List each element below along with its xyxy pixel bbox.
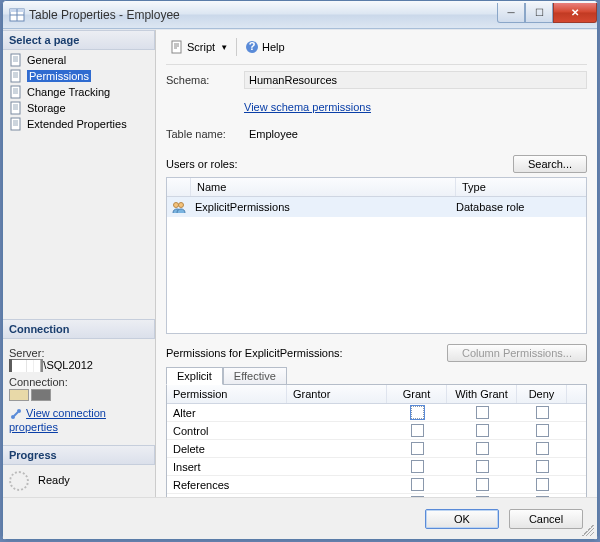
column-permissions-button: Column Permissions...: [447, 344, 587, 362]
grant-checkbox[interactable]: [411, 406, 424, 419]
doc-icon: [9, 117, 23, 131]
server-value: ████\SQL2012: [9, 359, 149, 372]
connection-label: Connection:: [9, 376, 149, 388]
ok-button[interactable]: OK: [425, 509, 499, 529]
search-button[interactable]: Search...: [513, 155, 587, 173]
progress-spinner-icon: [9, 471, 29, 491]
connection-icon: [9, 407, 23, 421]
svg-line-11: [14, 412, 18, 416]
page-permissions[interactable]: Permissions: [3, 68, 155, 84]
deny-checkbox[interactable]: [536, 478, 549, 491]
deny-checkbox[interactable]: [536, 460, 549, 473]
with-checkbox[interactable]: [476, 424, 489, 437]
grant-checkbox[interactable]: [411, 460, 424, 473]
tab-explicit[interactable]: Explicit: [166, 367, 223, 385]
deny-checkbox[interactable]: [536, 424, 549, 437]
deny-checkbox[interactable]: [536, 406, 549, 419]
toolbar: Script ▼ ? Help: [166, 36, 587, 65]
svg-point-16: [179, 203, 184, 208]
page-extended-properties[interactable]: Extended Properties: [3, 116, 155, 132]
with-checkbox[interactable]: [476, 442, 489, 455]
view-schema-permissions-link[interactable]: View schema permissions: [244, 101, 371, 113]
titlebar[interactable]: Table Properties - Employee ─ ☐ ✕: [3, 1, 597, 29]
svg-point-15: [174, 203, 179, 208]
user-row[interactable]: ExplicitPermissions Database role: [167, 197, 586, 217]
svg-rect-8: [11, 118, 20, 130]
progress-header: Progress: [3, 445, 155, 465]
resize-grip[interactable]: [582, 524, 594, 536]
col-permission-header[interactable]: Permission: [167, 385, 287, 403]
svg-rect-6: [11, 86, 20, 98]
connection-value: [9, 388, 149, 401]
progress-block: Ready: [3, 465, 155, 497]
view-connection-link[interactable]: View connection properties: [9, 407, 106, 433]
page-label: Extended Properties: [27, 118, 127, 130]
svg-rect-12: [172, 41, 181, 53]
grant-checkbox[interactable]: [411, 424, 424, 437]
dialog-window: Table Properties - Employee ─ ☐ ✕ Select…: [2, 0, 598, 540]
script-button[interactable]: Script ▼: [166, 38, 232, 56]
doc-icon: [9, 85, 23, 99]
users-roles-label: Users or roles:: [166, 158, 238, 170]
permissions-grid: Permission Grantor Grant With Grant Deny…: [166, 384, 587, 497]
maximize-button[interactable]: ☐: [525, 3, 553, 23]
with-checkbox[interactable]: [476, 406, 489, 419]
schema-label: Schema:: [166, 74, 244, 86]
permission-row[interactable]: References: [167, 476, 586, 494]
svg-text:?: ?: [249, 40, 256, 52]
page-label: Storage: [27, 102, 66, 114]
role-icon: [171, 199, 187, 215]
progress-status: Ready: [38, 474, 70, 486]
permission-tabs: Explicit Effective: [166, 366, 587, 384]
close-button[interactable]: ✕: [553, 3, 597, 23]
user-type: Database role: [456, 201, 586, 213]
svg-rect-4: [11, 54, 20, 66]
with-checkbox[interactable]: [476, 460, 489, 473]
cancel-button[interactable]: Cancel: [509, 509, 583, 529]
deny-checkbox[interactable]: [536, 442, 549, 455]
grant-checkbox[interactable]: [411, 478, 424, 491]
connection-header: Connection: [3, 319, 155, 339]
col-deny-header[interactable]: Deny: [517, 385, 567, 403]
schema-field: HumanResources: [244, 71, 587, 89]
permission-row[interactable]: Insert: [167, 458, 586, 476]
select-page-header: Select a page: [3, 30, 155, 50]
page-label: General: [27, 54, 66, 66]
user-name: ExplicitPermissions: [191, 201, 456, 213]
table-name-label: Table name:: [166, 128, 244, 140]
col-grantor-header[interactable]: Grantor: [287, 385, 387, 403]
page-label: Permissions: [27, 70, 91, 82]
with-checkbox[interactable]: [476, 478, 489, 491]
dialog-footer: OK Cancel: [3, 497, 597, 539]
svg-rect-5: [11, 70, 20, 82]
table-name-field: Employee: [244, 125, 587, 143]
permission-row[interactable]: Delete: [167, 440, 586, 458]
minimize-button[interactable]: ─: [497, 3, 525, 23]
doc-icon: [9, 101, 23, 115]
users-grid: Name Type ExplicitPermissions Database r…: [166, 177, 587, 334]
script-label: Script: [187, 41, 215, 53]
table-icon: [9, 7, 25, 23]
page-storage[interactable]: Storage: [3, 100, 155, 116]
sidebar: Select a page General Permissions Change…: [3, 30, 155, 497]
page-label: Change Tracking: [27, 86, 110, 98]
window-title: Table Properties - Employee: [29, 8, 497, 22]
main-panel: Script ▼ ? Help Schema: HumanResources V…: [155, 30, 597, 497]
page-general[interactable]: General: [3, 52, 155, 68]
tab-effective[interactable]: Effective: [223, 367, 287, 385]
grant-checkbox[interactable]: [411, 442, 424, 455]
permission-row[interactable]: Control: [167, 422, 586, 440]
col-withgrant-header[interactable]: With Grant: [447, 385, 517, 403]
col-type-header[interactable]: Type: [456, 178, 586, 196]
help-button[interactable]: ? Help: [241, 38, 289, 56]
dropdown-icon: ▼: [220, 43, 228, 52]
svg-rect-7: [11, 102, 20, 114]
script-icon: [170, 40, 184, 54]
page-change-tracking[interactable]: Change Tracking: [3, 84, 155, 100]
doc-icon: [9, 69, 23, 83]
server-label: Server:: [9, 347, 149, 359]
col-name-header[interactable]: Name: [191, 178, 456, 196]
permission-row[interactable]: Alter: [167, 404, 586, 422]
col-grant-header[interactable]: Grant: [387, 385, 447, 403]
help-label: Help: [262, 41, 285, 53]
